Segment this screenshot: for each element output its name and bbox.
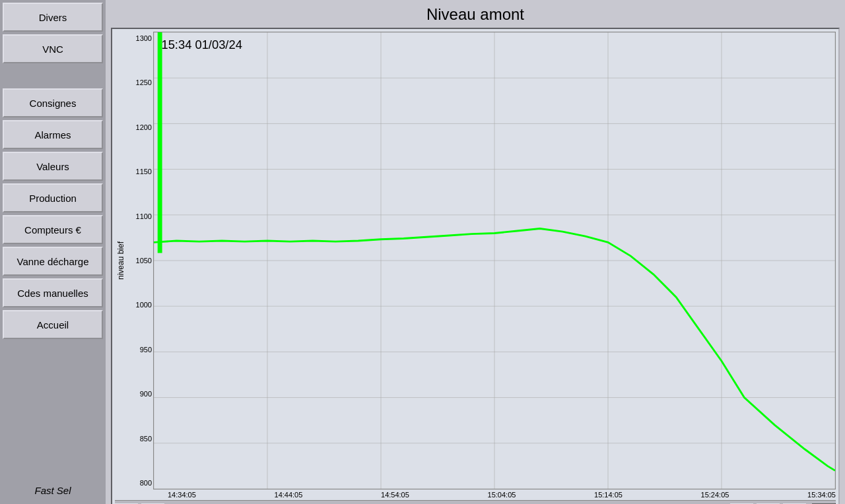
y-tick: 1000	[128, 301, 152, 309]
chart-svg: 15:34 01/03/24	[153, 32, 836, 489]
page-title: Niveau amont	[111, 5, 840, 24]
sidebar-item-compteurs[interactable]: Compteurs €	[3, 215, 103, 244]
x-tick: 15:34:05	[807, 491, 836, 499]
chart-area: niveau bief 1300125012001150110010501000…	[115, 32, 836, 489]
controls-bar	[115, 500, 836, 504]
y-axis-label: niveau bief	[115, 32, 127, 489]
y-tick: 1300	[128, 34, 152, 42]
y-tick: 1200	[128, 123, 152, 131]
y-axis-ticks: 1300125012001150110010501000950900850800	[127, 32, 153, 489]
svg-text:15:34  01/03/24: 15:34 01/03/24	[161, 38, 242, 51]
x-tick: 15:24:05	[701, 491, 729, 499]
y-tick: 1150	[128, 168, 152, 175]
sidebar: Divers VNC Consignes Alarmes Valeurs Pro…	[0, 0, 106, 504]
y-tick: 1100	[128, 212, 152, 220]
sidebar-item-accueil[interactable]: Accueil	[3, 310, 103, 339]
y-tick: 900	[128, 390, 152, 398]
x-tick: 15:14:05	[594, 491, 623, 499]
sidebar-item-production[interactable]: Production	[3, 183, 103, 212]
x-axis-ticks: 14:34:0514:44:0514:54:0515:04:0515:14:05…	[115, 489, 836, 500]
y-tick: 1050	[128, 257, 152, 265]
main-content: Niveau amont niveau bief 130012501200115…	[106, 0, 845, 504]
y-tick: 950	[128, 346, 152, 354]
sidebar-item-valeurs[interactable]: Valeurs	[3, 152, 103, 181]
sidebar-item-alarmes[interactable]: Alarmes	[3, 120, 103, 149]
sidebar-item-vnc[interactable]: VNC	[3, 34, 103, 63]
x-tick: 15:04:05	[488, 491, 516, 499]
y-tick: 850	[128, 435, 152, 443]
y-tick: 800	[128, 479, 152, 487]
x-tick: 14:44:05	[275, 491, 303, 499]
sidebar-item-consignes[interactable]: Consignes	[3, 88, 103, 117]
fast-sel-label: Fast Sel	[3, 480, 103, 501]
x-tick: 14:54:05	[381, 491, 409, 499]
chart-container: niveau bief 1300125012001150110010501000…	[111, 28, 840, 504]
sidebar-item-divers[interactable]: Divers	[3, 3, 103, 32]
y-tick: 1250	[128, 79, 152, 86]
x-tick: 14:34:05	[168, 491, 196, 499]
sidebar-item-cdes-manuelles[interactable]: Cdes manuelles	[3, 278, 103, 307]
sidebar-item-vanne-decharge[interactable]: Vanne décharge	[3, 247, 103, 276]
